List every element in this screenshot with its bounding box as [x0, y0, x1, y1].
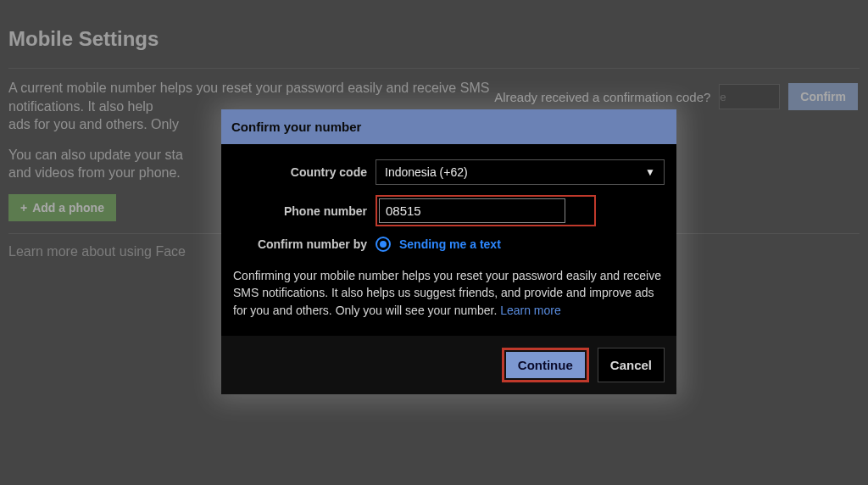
modal-description: Confirming your mobile number helps you … — [233, 267, 665, 319]
country-code-row: Country code Indonesia (+62) ▼ — [233, 159, 665, 185]
continue-button[interactable]: Continue — [506, 352, 585, 378]
modal-footer: Continue Cancel — [221, 336, 676, 394]
confirm-number-modal: Confirm your number Country code Indones… — [221, 109, 676, 394]
modal-backdrop: Confirm your number Country code Indones… — [0, 0, 868, 485]
confirm-by-row: Confirm number by Sending me a text — [233, 237, 665, 252]
country-code-value: Indonesia (+62) — [385, 165, 468, 179]
cancel-button[interactable]: Cancel — [598, 348, 665, 382]
modal-title: Confirm your number — [221, 109, 676, 144]
country-code-select[interactable]: Indonesia (+62) ▼ — [376, 159, 665, 185]
radio-option-text[interactable]: Sending me a text — [376, 237, 501, 252]
confirm-by-label: Confirm number by — [233, 237, 376, 251]
radio-label: Sending me a text — [399, 237, 501, 251]
radio-icon — [376, 237, 391, 252]
phone-highlight-box — [376, 195, 596, 226]
chevron-down-icon: ▼ — [645, 166, 655, 178]
phone-number-row: Phone number — [233, 195, 665, 226]
modal-body: Country code Indonesia (+62) ▼ Phone num… — [221, 144, 676, 336]
phone-number-input[interactable] — [379, 198, 565, 223]
phone-number-label: Phone number — [233, 204, 376, 218]
modal-description-text: Confirming your mobile number helps you … — [233, 269, 661, 317]
continue-highlight-box: Continue — [502, 348, 589, 382]
country-code-label: Country code — [233, 165, 376, 179]
learn-more-link[interactable]: Learn more — [500, 304, 561, 317]
